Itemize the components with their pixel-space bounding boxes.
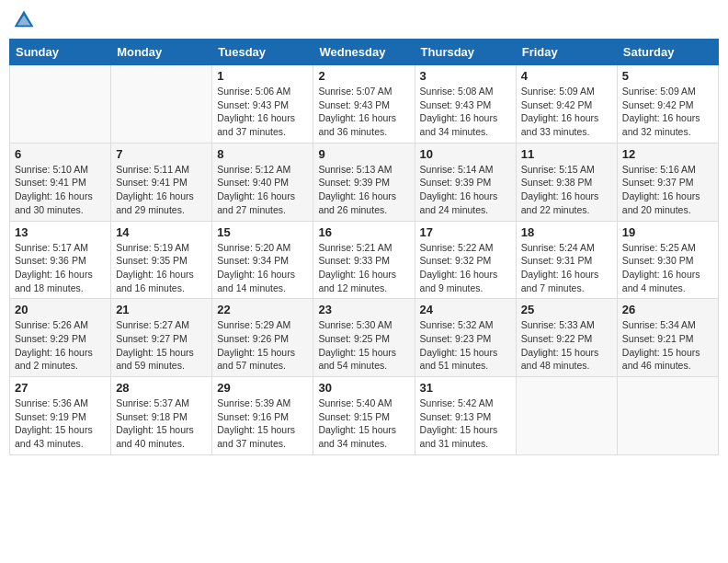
day-number: 25 (521, 303, 612, 316)
day-info: Sunrise: 5:39 AMSunset: 9:16 PMDaylight:… (217, 396, 308, 451)
day-number: 21 (116, 303, 207, 316)
calendar-day-cell: 19Sunrise: 5:25 AMSunset: 9:30 PMDayligh… (617, 221, 718, 299)
calendar-day-cell: 17Sunrise: 5:22 AMSunset: 9:32 PMDayligh… (415, 221, 516, 299)
day-info: Sunrise: 5:17 AMSunset: 9:36 PMDaylight:… (15, 241, 106, 295)
page-header (9, 9, 719, 31)
calendar-day-cell: 7Sunrise: 5:11 AMSunset: 9:41 PMDaylight… (111, 143, 212, 221)
day-number: 22 (217, 303, 308, 316)
calendar-day-cell (516, 377, 617, 455)
calendar-week-row: 13Sunrise: 5:17 AMSunset: 9:36 PMDayligh… (10, 221, 719, 299)
calendar-day-cell: 1Sunrise: 5:06 AMSunset: 9:43 PMDaylight… (212, 65, 313, 144)
weekday-header: Friday (516, 40, 617, 65)
day-info: Sunrise: 5:37 AMSunset: 9:18 PMDaylight:… (116, 396, 207, 451)
day-number: 15 (217, 225, 308, 239)
day-info: Sunrise: 5:36 AMSunset: 9:19 PMDaylight:… (15, 396, 106, 451)
day-info: Sunrise: 5:19 AMSunset: 9:35 PMDaylight:… (116, 241, 207, 295)
calendar-day-cell: 8Sunrise: 5:12 AMSunset: 9:40 PMDaylight… (212, 143, 313, 221)
day-number: 9 (318, 147, 409, 161)
calendar-day-cell: 16Sunrise: 5:21 AMSunset: 9:33 PMDayligh… (313, 221, 415, 299)
logo (13, 9, 39, 31)
calendar-day-cell: 5Sunrise: 5:09 AMSunset: 9:42 PMDaylight… (617, 65, 718, 144)
day-info: Sunrise: 5:11 AMSunset: 9:41 PMDaylight:… (116, 163, 207, 217)
calendar-day-cell: 22Sunrise: 5:29 AMSunset: 9:26 PMDayligh… (212, 299, 313, 377)
calendar-day-cell: 27Sunrise: 5:36 AMSunset: 9:19 PMDayligh… (10, 377, 111, 455)
day-info: Sunrise: 5:25 AMSunset: 9:30 PMDaylight:… (622, 241, 713, 295)
day-number: 19 (622, 225, 713, 239)
day-number: 7 (116, 147, 207, 161)
day-info: Sunrise: 5:16 AMSunset: 9:37 PMDaylight:… (622, 163, 713, 217)
weekday-header: Sunday (10, 40, 111, 65)
day-number: 14 (116, 225, 207, 239)
calendar-day-cell: 2Sunrise: 5:07 AMSunset: 9:43 PMDaylight… (313, 65, 415, 144)
weekday-header: Tuesday (212, 40, 313, 65)
day-number: 4 (521, 69, 612, 83)
day-info: Sunrise: 5:27 AMSunset: 9:27 PMDaylight:… (116, 318, 207, 373)
day-number: 20 (15, 303, 106, 316)
day-number: 12 (622, 147, 713, 161)
day-info: Sunrise: 5:14 AMSunset: 9:39 PMDaylight:… (420, 163, 511, 217)
day-info: Sunrise: 5:33 AMSunset: 9:22 PMDaylight:… (521, 318, 612, 373)
calendar-day-cell (10, 65, 111, 144)
day-info: Sunrise: 5:22 AMSunset: 9:32 PMDaylight:… (420, 241, 511, 295)
day-info: Sunrise: 5:09 AMSunset: 9:42 PMDaylight:… (622, 85, 713, 139)
day-info: Sunrise: 5:09 AMSunset: 9:42 PMDaylight:… (521, 85, 612, 139)
day-info: Sunrise: 5:15 AMSunset: 9:38 PMDaylight:… (521, 163, 612, 217)
calendar-day-cell: 15Sunrise: 5:20 AMSunset: 9:34 PMDayligh… (212, 221, 313, 299)
day-info: Sunrise: 5:12 AMSunset: 9:40 PMDaylight:… (217, 163, 308, 217)
day-number: 2 (318, 69, 409, 83)
day-number: 26 (622, 303, 713, 316)
calendar-day-cell (111, 65, 212, 144)
calendar-day-cell: 30Sunrise: 5:40 AMSunset: 9:15 PMDayligh… (313, 377, 415, 455)
calendar-day-cell: 6Sunrise: 5:10 AMSunset: 9:41 PMDaylight… (10, 143, 111, 221)
day-number: 10 (420, 147, 511, 161)
day-info: Sunrise: 5:20 AMSunset: 9:34 PMDaylight:… (217, 241, 308, 295)
day-number: 6 (15, 147, 106, 161)
calendar-day-cell: 29Sunrise: 5:39 AMSunset: 9:16 PMDayligh… (212, 377, 313, 455)
day-info: Sunrise: 5:29 AMSunset: 9:26 PMDaylight:… (217, 318, 308, 373)
day-info: Sunrise: 5:10 AMSunset: 9:41 PMDaylight:… (15, 163, 106, 217)
day-info: Sunrise: 5:42 AMSunset: 9:13 PMDaylight:… (420, 396, 511, 451)
day-info: Sunrise: 5:13 AMSunset: 9:39 PMDaylight:… (318, 163, 409, 217)
day-info: Sunrise: 5:26 AMSunset: 9:29 PMDaylight:… (15, 318, 106, 373)
day-number: 5 (622, 69, 713, 83)
calendar-day-cell (617, 377, 718, 455)
day-number: 17 (420, 225, 511, 239)
calendar-day-cell: 14Sunrise: 5:19 AMSunset: 9:35 PMDayligh… (111, 221, 212, 299)
day-info: Sunrise: 5:30 AMSunset: 9:25 PMDaylight:… (318, 318, 409, 373)
calendar-day-cell: 10Sunrise: 5:14 AMSunset: 9:39 PMDayligh… (415, 143, 516, 221)
calendar-day-cell: 23Sunrise: 5:30 AMSunset: 9:25 PMDayligh… (313, 299, 415, 377)
calendar-day-cell: 28Sunrise: 5:37 AMSunset: 9:18 PMDayligh… (111, 377, 212, 455)
calendar-day-cell: 24Sunrise: 5:32 AMSunset: 9:23 PMDayligh… (415, 299, 516, 377)
calendar-day-cell: 20Sunrise: 5:26 AMSunset: 9:29 PMDayligh… (10, 299, 111, 377)
calendar-day-cell: 4Sunrise: 5:09 AMSunset: 9:42 PMDaylight… (516, 65, 617, 144)
day-number: 8 (217, 147, 308, 161)
day-info: Sunrise: 5:06 AMSunset: 9:43 PMDaylight:… (217, 85, 308, 139)
calendar-day-cell: 26Sunrise: 5:34 AMSunset: 9:21 PMDayligh… (617, 299, 718, 377)
day-info: Sunrise: 5:40 AMSunset: 9:15 PMDaylight:… (318, 396, 409, 451)
calendar-day-cell: 25Sunrise: 5:33 AMSunset: 9:22 PMDayligh… (516, 299, 617, 377)
calendar-day-cell: 11Sunrise: 5:15 AMSunset: 9:38 PMDayligh… (516, 143, 617, 221)
day-number: 30 (318, 381, 409, 395)
day-number: 29 (217, 381, 308, 395)
calendar-week-row: 6Sunrise: 5:10 AMSunset: 9:41 PMDaylight… (10, 143, 719, 221)
day-number: 31 (420, 381, 511, 395)
calendar-day-cell: 21Sunrise: 5:27 AMSunset: 9:27 PMDayligh… (111, 299, 212, 377)
calendar-day-cell: 18Sunrise: 5:24 AMSunset: 9:31 PMDayligh… (516, 221, 617, 299)
day-info: Sunrise: 5:07 AMSunset: 9:43 PMDaylight:… (318, 85, 409, 139)
day-number: 11 (521, 147, 612, 161)
day-number: 24 (420, 303, 511, 316)
day-number: 1 (217, 69, 308, 83)
day-number: 13 (15, 225, 106, 239)
calendar-table: SundayMondayTuesdayWednesdayThursdayFrid… (9, 39, 719, 455)
calendar-day-cell: 31Sunrise: 5:42 AMSunset: 9:13 PMDayligh… (415, 377, 516, 455)
calendar-day-cell: 13Sunrise: 5:17 AMSunset: 9:36 PMDayligh… (10, 221, 111, 299)
calendar-week-row: 1Sunrise: 5:06 AMSunset: 9:43 PMDaylight… (10, 65, 719, 144)
day-info: Sunrise: 5:32 AMSunset: 9:23 PMDaylight:… (420, 318, 511, 373)
weekday-header: Wednesday (313, 40, 415, 65)
calendar-week-row: 27Sunrise: 5:36 AMSunset: 9:19 PMDayligh… (10, 377, 719, 455)
logo-icon (13, 9, 35, 31)
weekday-header: Thursday (415, 40, 516, 65)
weekday-header: Monday (111, 40, 212, 65)
calendar-header-row: SundayMondayTuesdayWednesdayThursdayFrid… (10, 40, 719, 65)
day-number: 27 (15, 381, 106, 395)
